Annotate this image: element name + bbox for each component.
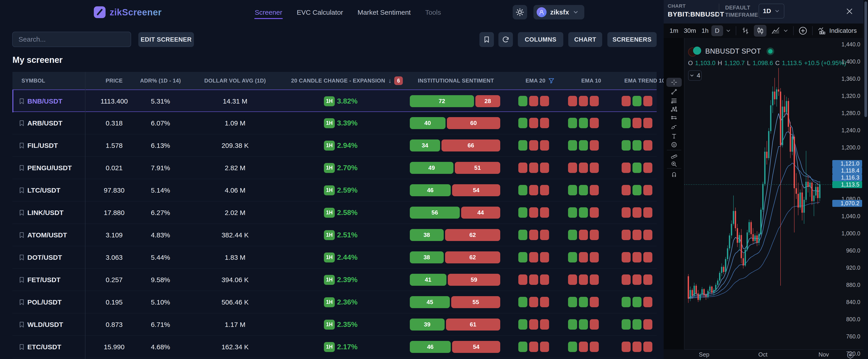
indicators-button[interactable]: Indicators: [817, 26, 857, 35]
price-scale-settings-icon[interactable]: [846, 351, 855, 359]
timeframe-badge: 1H: [324, 320, 335, 330]
table-row-pengu[interactable]: PENGU/USDT 0.021 7.91% 2.82 M 1H 2.70% 4…: [12, 157, 657, 179]
theme-toggle-button[interactable]: [513, 5, 527, 20]
edit-screener-button[interactable]: EDIT SCREENER: [138, 32, 194, 47]
ematrend-squares: [622, 96, 652, 106]
scrollbar-thumb[interactable]: [864, 1, 867, 117]
chart-button[interactable]: CHART: [568, 32, 602, 47]
bookmark-icon[interactable]: [18, 112, 25, 134]
ema-state-bear: [643, 96, 652, 106]
table-row-link[interactable]: LINK/USDT 17.880 6.27% 2.02 M 1H 2.58% 5…: [12, 202, 657, 224]
nav-item-evc-calculator[interactable]: EVC Calculator: [296, 2, 344, 23]
table-row-atom[interactable]: ATOM/USDT 3.109 4.83% 382.44 K 1H 2.51% …: [12, 224, 657, 246]
time-axis[interactable]: SepOctNov: [684, 349, 868, 359]
sentiment-bar: 39 61: [410, 319, 500, 330]
ema-state-bear: [540, 297, 549, 307]
search-input[interactable]: [12, 32, 131, 47]
crosshair-tool-button[interactable]: [666, 78, 682, 87]
col-change[interactable]: 20 CANDLE CHANGE - EXPANSION ↓ 6: [279, 72, 415, 90]
price-tick-label: 1,040.0: [842, 213, 860, 219]
col-ema20[interactable]: EMA 20: [513, 72, 567, 90]
table-row-etc[interactable]: ETC/USDT 15.990 4.68% 162.34 K 1H 2.17% …: [12, 336, 657, 358]
col-ema10[interactable]: EMA 10: [568, 72, 614, 90]
month-label: Nov: [818, 351, 829, 358]
bookmark-icon[interactable]: [18, 269, 25, 291]
avatar: [537, 7, 547, 17]
text-tool-button[interactable]: [666, 131, 682, 141]
bookmark-filter-button[interactable]: [479, 32, 494, 47]
bookmark-icon[interactable]: [18, 134, 25, 157]
ema-state-bear: [643, 185, 652, 195]
elliott-tool-button[interactable]: [666, 114, 682, 122]
xabcd-tool-button[interactable]: [666, 105, 682, 114]
sentiment-bar: 49 51: [410, 162, 500, 174]
table-row-pol[interactable]: POL/USDT 0.195 5.10% 506.46 K 1H 2.36% 4…: [12, 291, 657, 313]
bookmark-icon[interactable]: [18, 157, 25, 179]
chevron-down-icon[interactable]: [725, 28, 731, 34]
ema-state-bull: [568, 118, 577, 128]
change-value: 1H 2.51%: [324, 224, 380, 246]
magnet-tool-button[interactable]: [666, 170, 682, 179]
col-price[interactable]: PRICE: [98, 72, 130, 90]
trendline-tool-button[interactable]: [666, 87, 682, 96]
sentiment-bear: 61: [446, 319, 500, 330]
ema-state-bear: [632, 207, 642, 218]
bookmark-icon[interactable]: [18, 202, 25, 224]
legend-title[interactable]: BNBUSDT SPOT: [705, 47, 761, 55]
candles-style-button[interactable]: [754, 25, 767, 37]
compare-add-button[interactable]: [798, 26, 808, 35]
tf-1m-button[interactable]: 1m: [667, 25, 681, 36]
table-row-fil[interactable]: FIL/USDT 1.578 6.13% 209.38 K 1H 2.94% 3…: [12, 134, 657, 157]
tf-30m-button[interactable]: 30m: [681, 25, 699, 36]
zoom-tool-button[interactable]: [666, 159, 682, 169]
bookmark-icon[interactable]: [18, 313, 25, 336]
ematrend-squares: [622, 140, 652, 151]
bookmark-icon[interactable]: [18, 336, 25, 358]
screeners-button[interactable]: SCREENERS: [608, 32, 657, 47]
emoji-tool-button[interactable]: [666, 140, 682, 149]
bookmark-icon[interactable]: [18, 179, 25, 202]
ema10-squares: [568, 96, 599, 106]
nav-item-screener[interactable]: Screener: [254, 2, 283, 23]
ema-state-bull: [579, 319, 588, 330]
ema-state-bear: [643, 230, 652, 240]
col-adr[interactable]: ADR% (1D - 14): [134, 72, 186, 90]
columns-button[interactable]: COLUMNS: [518, 32, 563, 47]
change-value: 1H 3.39%: [324, 112, 380, 134]
col-sentiment[interactable]: INSTITUTIONAL SENTIMENT: [411, 72, 501, 90]
bars-style-button[interactable]: [741, 26, 750, 35]
ema-state-bear: [632, 341, 642, 352]
magnet-icon: [671, 171, 678, 178]
nav-item-tools[interactable]: Tools: [425, 2, 441, 23]
chart-plot[interactable]: BNBUSDT SPOT O1,103.0 H1,120.7 L1,098.6 …: [684, 38, 868, 349]
user-menu[interactable]: ziksfx: [533, 5, 584, 20]
chevron-down-icon[interactable]: [783, 28, 789, 34]
indicators-collapse-toggle[interactable]: 4: [688, 70, 702, 81]
tf-1d-button[interactable]: D: [711, 25, 723, 36]
bookmark-icon[interactable]: [18, 90, 25, 112]
area-style-button[interactable]: [771, 26, 780, 36]
fib-tool-button[interactable]: [666, 96, 682, 106]
brush-tool-button[interactable]: [666, 122, 682, 131]
col-symbol[interactable]: SYMBOL: [22, 72, 45, 90]
bookmark-icon[interactable]: [18, 246, 25, 269]
table-row-fet[interactable]: FET/USDT 0.257 9.58% 394.06 K 1H 2.39% 4…: [12, 269, 657, 291]
refresh-button[interactable]: [498, 32, 513, 47]
ema20-squares: [518, 319, 549, 330]
nav-item-market-sentiment[interactable]: Market Sentiment: [357, 2, 411, 23]
table-row-wld[interactable]: WLD/USDT 0.873 6.71% 1.17 M 1H 2.35% 39 …: [12, 313, 657, 336]
default-timeframe-select[interactable]: 1D: [758, 4, 784, 19]
table-row-ltc[interactable]: LTC/USDT 97.830 5.14% 4.06 M 1H 2.59% 46…: [12, 179, 657, 202]
bookmark-icon[interactable]: [18, 224, 25, 246]
table-row-bnb[interactable]: BNB/USDT 1113.400 5.31% 14.31 M 1H 3.82%…: [12, 90, 657, 112]
table-row-dot[interactable]: DOT/USDT 3.063 5.44% 1.83 M 1H 2.44% 38 …: [12, 246, 657, 269]
ema-state-bear: [632, 252, 642, 263]
bookmark-icon[interactable]: [18, 291, 25, 313]
table-row-arb[interactable]: ARB/USDT 0.318 6.07% 1.09 M 1H 3.39% 40 …: [12, 112, 657, 134]
tf-1h-button[interactable]: 1h: [699, 25, 711, 36]
ruler-tool-button[interactable]: [666, 151, 682, 160]
close-chart-button[interactable]: [844, 5, 855, 17]
month-label: Sep: [699, 351, 709, 358]
col-vol[interactable]: DOLLAR VOL AVG (1D): [193, 72, 277, 90]
ema-state-bear: [529, 252, 538, 263]
